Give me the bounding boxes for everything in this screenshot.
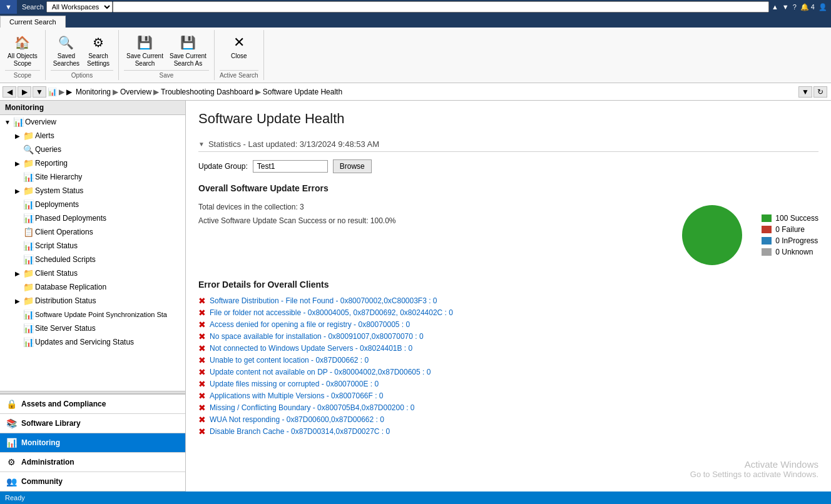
error-link[interactable]: Disable Branch Cache - 0x87D00314,0x87D0…	[210, 427, 390, 436]
monitoring-tree-header: Monitoring	[0, 101, 185, 115]
error-link[interactable]: Applications with Multiple Versions - 0x…	[210, 391, 383, 400]
phased-deployments-label: Phased Deployments	[35, 214, 106, 223]
workspace-select[interactable]: All Workspaces	[46, 1, 113, 13]
sidebar-section-monitoring[interactable]: 📊 Monitoring	[0, 433, 185, 453]
breadcrumb-root-icon[interactable]: ▶	[66, 88, 72, 96]
sidebar-item-reporting[interactable]: ▶ 📁 Reporting	[0, 156, 185, 170]
scheduled-scripts-label: Scheduled Scripts	[35, 255, 96, 264]
search-input[interactable]	[113, 1, 769, 13]
user-icon[interactable]: 👤	[818, 3, 827, 11]
svg-point-0	[682, 205, 742, 265]
sidebar-item-script-status[interactable]: 📊 Script Status	[0, 239, 185, 253]
sidebar-item-alerts[interactable]: ▶ 📁 Alerts	[0, 129, 185, 143]
legend-inprogress-label: 0 InProgress	[775, 236, 818, 245]
sidebar-item-queries[interactable]: 🔍 Queries	[0, 143, 185, 156]
database-replication-label: Database Replication	[35, 283, 106, 291]
expand-icon	[13, 201, 23, 208]
sidebar-item-sup-sync[interactable]: 📊 Software Update Point Synchronization …	[0, 308, 185, 321]
update-group-input[interactable]	[253, 160, 328, 173]
donut-chart	[678, 201, 747, 270]
page-title: Software Update Health	[198, 111, 818, 127]
active-search-group-label: Active Search	[220, 70, 258, 79]
sidebar-item-client-status[interactable]: ▶ 📁 Client Status	[0, 266, 185, 280]
sidebar-section-software-library[interactable]: 📚 Software Library	[0, 414, 185, 433]
sidebar-item-site-server-status[interactable]: 📊 Site Server Status	[0, 321, 185, 335]
system-status-icon: 📁	[23, 185, 34, 196]
close-button[interactable]: ✕ Close	[224, 31, 254, 61]
sidebar-item-database-replication[interactable]: 📁 Database Replication	[0, 280, 185, 294]
error-link[interactable]: Software Distribution - File not Found -…	[210, 296, 437, 305]
save-group-label: Save	[124, 70, 209, 79]
back-button[interactable]: ◀	[3, 86, 16, 98]
error-icon: ✖	[198, 308, 206, 318]
all-objects-button[interactable]: 🏠 All ObjectsScope	[5, 31, 40, 69]
sidebar-item-site-hierarchy[interactable]: 📊 Site Hierarchy	[0, 170, 185, 184]
database-replication-icon: 📁	[23, 281, 34, 293]
legend-failure-label: 0 Failure	[775, 225, 805, 234]
list-item: ✖ Unable to get content location - 0x87D…	[198, 355, 818, 365]
breadcrumb: 📊 ▶ ▶ Monitoring ▶ Overview ▶ Troublesho…	[48, 88, 798, 96]
forward-button[interactable]: ▶	[18, 86, 31, 98]
sidebar-item-phased-deployments[interactable]: 📊 Phased Deployments	[0, 211, 185, 225]
error-link[interactable]: Update content not available on DP - 0x8…	[210, 368, 431, 376]
statistics-section-header[interactable]: ▼ Statistics - Last updated: 3/13/2024 9…	[198, 139, 818, 152]
error-link[interactable]: Unable to get content location - 0x87D00…	[210, 356, 369, 365]
error-link[interactable]: File or folder not accessible - 0x800040…	[210, 308, 453, 317]
sidebar-item-system-status[interactable]: ▶ 📁 System Status	[0, 184, 185, 198]
error-link[interactable]: Missing / Conflicting Boundary - 0x80070…	[210, 403, 415, 412]
dropdown-button[interactable]: ▼	[33, 86, 46, 98]
minimize-icon[interactable]: ▲	[772, 3, 778, 11]
expand-icon	[13, 174, 23, 181]
list-item: ✖ WUA Not responding - 0x87D00600,0x87D0…	[198, 415, 818, 425]
error-link[interactable]: Update files missing or corrupted - 0x80…	[210, 380, 379, 388]
error-icon: ✖	[198, 343, 206, 353]
sidebar-item-scheduled-scripts[interactable]: 📊 Scheduled Scripts	[0, 253, 185, 266]
sidebar-item-client-operations[interactable]: 📋 Client Operations	[0, 225, 185, 239]
search-settings-button[interactable]: ⚙ SearchSettings	[83, 31, 113, 69]
list-item: ✖ File or folder not accessible - 0x8000…	[198, 308, 818, 318]
error-link[interactable]: Access denied for opening a file or regi…	[210, 320, 410, 329]
breadcrumb-health[interactable]: Software Update Health	[263, 88, 342, 96]
sidebar-item-updates-servicing[interactable]: 📊 Updates and Servicing Status	[0, 335, 185, 349]
ribbon-group-scope: 🏠 All ObjectsScope Scope	[0, 30, 46, 80]
help-icon[interactable]: ?	[793, 3, 797, 11]
queries-label: Queries	[35, 145, 61, 154]
alerts-icon: 📁	[23, 130, 34, 141]
save-current-search-as-label: Save CurrentSearch As	[170, 53, 206, 68]
error-link[interactable]: Not connected to Windows Update Servers …	[210, 344, 412, 353]
main-area: Monitoring ▼ 📊 Overview ▶ 📁 Alerts 🔍 Que…	[0, 101, 831, 491]
breadcrumb-more-button[interactable]: ▼	[798, 86, 812, 98]
refresh-button[interactable]: ↻	[813, 86, 827, 98]
breadcrumb-troubleshooting[interactable]: Troubleshooting Dashboard	[161, 88, 253, 96]
community-label: Community	[21, 477, 63, 486]
top-bar: ▼ Search All Workspaces ▲ ▼ ? 🔔 4 👤	[0, 0, 831, 14]
client-status-icon: 📁	[23, 268, 34, 279]
list-item: ✖ Missing / Conflicting Boundary - 0x800…	[198, 403, 818, 413]
breadcrumb-overview[interactable]: Overview	[120, 88, 151, 96]
sidebar-item-deployments[interactable]: 📊 Deployments	[0, 198, 185, 211]
save-current-search-button[interactable]: 💾 Save CurrentSearch	[124, 31, 166, 69]
sidebar-tree: Monitoring ▼ 📊 Overview ▶ 📁 Alerts 🔍 Que…	[0, 101, 185, 391]
deployments-icon: 📊	[23, 199, 34, 210]
client-operations-icon: 📋	[23, 226, 34, 238]
error-list: ✖ Software Distribution - File not Found…	[198, 296, 818, 436]
saved-searches-button[interactable]: 🔍 SavedSearches	[51, 31, 82, 69]
error-link[interactable]: No space available for installation - 0x…	[210, 332, 424, 341]
sidebar-section-community[interactable]: 👥 Community	[0, 472, 185, 491]
breadcrumb-home-icon[interactable]: 📊	[48, 88, 57, 96]
save-current-search-as-button[interactable]: 💾 Save CurrentSearch As	[167, 31, 209, 69]
tab-current-search[interactable]: Current Search	[0, 16, 66, 28]
sidebar-item-distribution-status[interactable]: ▶ 📁 Distribution Status	[0, 294, 185, 308]
error-link[interactable]: WUA Not responding - 0x87D00600,0x87D006…	[210, 415, 384, 424]
sidebar-section-administration[interactable]: ⚙ Administration	[0, 453, 185, 472]
sidebar-item-overview[interactable]: ▼ 📊 Overview	[0, 115, 185, 129]
app-menu-button[interactable]: ▼	[0, 0, 17, 14]
chart-legend: 100 Success 0 Failure 0 InProgress 0 Unk…	[762, 214, 818, 256]
breadcrumb-monitoring[interactable]: Monitoring	[76, 88, 111, 96]
sidebar-section-assets[interactable]: 🔒 Assets and Compliance	[0, 395, 185, 414]
phased-deployments-icon: 📊	[23, 213, 34, 224]
notification-icon[interactable]: 🔔 4	[800, 3, 815, 11]
expand-icon: ▼	[3, 119, 13, 126]
browse-button[interactable]: Browse	[333, 159, 372, 173]
maximize-icon[interactable]: ▼	[782, 3, 789, 11]
